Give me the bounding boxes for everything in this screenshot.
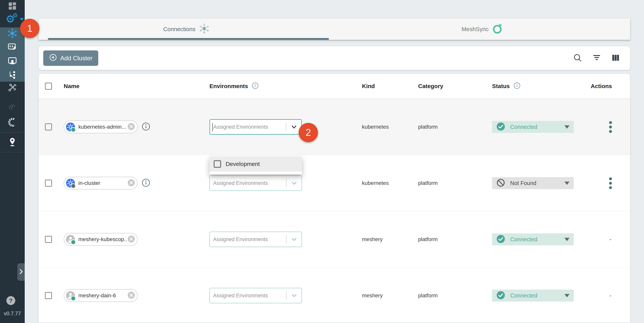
help-button[interactable]: ? bbox=[6, 296, 15, 305]
remove-connection-icon[interactable] bbox=[127, 123, 135, 131]
column-header-name: Name bbox=[64, 83, 210, 89]
status-select[interactable]: Connected bbox=[492, 121, 574, 133]
row-actions-menu-icon[interactable] bbox=[609, 177, 612, 189]
row-checkbox[interactable] bbox=[45, 292, 52, 299]
environments-dropdown-menu: Development bbox=[210, 156, 302, 174]
connections-table: Name Environments Kind Category Status A… bbox=[38, 74, 630, 322]
add-cluster-button[interactable]: Add Cluster bbox=[43, 51, 98, 66]
toolbar-icon-group bbox=[573, 53, 620, 63]
row-actions-menu-icon[interactable] bbox=[609, 121, 612, 133]
remove-connection-icon[interactable] bbox=[127, 235, 135, 244]
tab-connections[interactable]: Connections bbox=[38, 19, 334, 40]
sidebar-item-performance[interactable] bbox=[0, 102, 25, 112]
kubernetes-icon bbox=[66, 122, 75, 132]
sidebar-item-designs[interactable] bbox=[0, 71, 25, 80]
info-icon[interactable] bbox=[513, 82, 521, 91]
connections-toolbar: Add Cluster bbox=[38, 46, 630, 70]
environments-select[interactable] bbox=[210, 119, 302, 135]
table-row: meshery-kubescop... meshery platform bbox=[38, 211, 630, 267]
column-header-environments: Environments bbox=[210, 82, 362, 91]
dropdown-next-item-partial bbox=[210, 172, 302, 174]
select-all-checkbox[interactable] bbox=[45, 83, 52, 90]
table-row: in-cluster kub bbox=[38, 155, 630, 211]
column-header-status: Status bbox=[492, 82, 591, 91]
environments-select[interactable] bbox=[210, 288, 302, 303]
view-columns-icon[interactable] bbox=[611, 53, 620, 63]
search-icon[interactable] bbox=[573, 53, 582, 63]
chevron-down-icon[interactable] bbox=[290, 235, 298, 244]
check-circle-icon bbox=[496, 291, 505, 300]
lifecycle-gears-icon: ⚙⚙ bbox=[6, 13, 19, 26]
connection-name: meshery-kubescop... bbox=[78, 236, 127, 242]
sidebar-item-configuration[interactable] bbox=[0, 83, 25, 93]
connection-name: meshery-dain-6 bbox=[78, 292, 116, 299]
option-checkbox[interactable] bbox=[214, 160, 221, 168]
sidebar-item-lifecycle[interactable]: ⚙⚙ bbox=[0, 13, 25, 26]
remove-connection-icon[interactable] bbox=[127, 179, 135, 188]
status-dot bbox=[71, 239, 76, 245]
connections-mesh-icon bbox=[199, 23, 210, 35]
environments-select[interactable] bbox=[210, 175, 302, 191]
tab-meshsync[interactable]: MeshSync bbox=[334, 19, 630, 40]
connection-chip[interactable]: meshery-kubescop... bbox=[64, 233, 138, 246]
chevron-down-icon[interactable] bbox=[290, 179, 298, 187]
dropdown-arrow-icon bbox=[564, 238, 570, 241]
meshery-connections-page: ⚙⚙ bbox=[0, 0, 644, 323]
category-cell: platform bbox=[418, 124, 492, 130]
sidebar-divider bbox=[0, 152, 25, 152]
status-select[interactable]: Connected bbox=[492, 233, 574, 245]
add-cluster-label: Add Cluster bbox=[60, 55, 92, 62]
annotation-badge-2: 2 bbox=[299, 123, 318, 142]
row-checkbox[interactable] bbox=[45, 180, 52, 187]
dropdown-arrow-icon bbox=[564, 294, 570, 297]
chevron-right-icon bbox=[18, 267, 24, 277]
active-tab-indicator bbox=[48, 38, 329, 40]
kind-cell: meshery bbox=[362, 292, 418, 299]
connection-chip[interactable]: meshery-dain-6 bbox=[64, 289, 138, 302]
meshsync-spinner-icon bbox=[492, 23, 503, 35]
status-select[interactable]: Connected bbox=[492, 289, 574, 301]
environments-select[interactable] bbox=[210, 232, 302, 247]
category-cell: platform bbox=[418, 180, 492, 186]
sidebar-item-workspaces[interactable] bbox=[0, 56, 25, 67]
status-dot bbox=[71, 183, 76, 189]
remove-connection-icon[interactable] bbox=[127, 291, 135, 300]
text-cursor bbox=[212, 123, 213, 132]
kind-cell: meshery bbox=[362, 236, 418, 242]
question-mark-icon: ? bbox=[9, 297, 12, 304]
status-dot bbox=[71, 127, 76, 132]
row-checkbox[interactable] bbox=[45, 236, 52, 243]
table-row: meshery-dain-6 meshery platform bbox=[38, 267, 630, 323]
sidebar-item-extensions[interactable] bbox=[0, 118, 25, 128]
connection-info-icon[interactable] bbox=[142, 122, 150, 132]
column-header-actions: Actions bbox=[591, 83, 630, 89]
expand-sidebar-button[interactable] bbox=[17, 263, 25, 281]
column-header-category: Category bbox=[418, 83, 492, 89]
environments-input[interactable] bbox=[213, 236, 281, 243]
connection-chip[interactable]: in-cluster bbox=[64, 177, 138, 189]
filter-icon[interactable] bbox=[592, 53, 601, 63]
connection-chip[interactable]: kubernetes-admin... bbox=[64, 121, 138, 133]
dropdown-option-development[interactable]: Development bbox=[210, 156, 302, 172]
row-checkbox[interactable] bbox=[45, 123, 52, 130]
sidebar-item-dashboard[interactable] bbox=[0, 2, 25, 11]
status-label: Connected bbox=[510, 124, 560, 130]
sidebar-item-get-started[interactable] bbox=[0, 137, 25, 148]
select-divider bbox=[286, 123, 286, 131]
pin-icon bbox=[8, 137, 17, 148]
configuration-tools-icon bbox=[8, 83, 17, 93]
environments-input[interactable] bbox=[213, 292, 281, 299]
no-actions-placeholder: - bbox=[610, 292, 612, 299]
kind-cell: kubernetes bbox=[362, 180, 418, 186]
environments-input[interactable] bbox=[213, 180, 281, 186]
chevron-down-icon[interactable] bbox=[290, 291, 298, 300]
status-select[interactable]: Not Found bbox=[492, 177, 574, 189]
plus-circle-icon bbox=[49, 53, 57, 63]
chevron-down-icon[interactable] bbox=[290, 123, 298, 131]
info-icon[interactable] bbox=[252, 82, 259, 91]
dashboard-icon bbox=[8, 1, 17, 12]
connection-info-icon[interactable] bbox=[142, 178, 150, 188]
environments-input[interactable] bbox=[213, 124, 281, 130]
sidebar-item-adapters[interactable] bbox=[0, 42, 25, 52]
extensions-mesh-icon bbox=[7, 117, 17, 128]
